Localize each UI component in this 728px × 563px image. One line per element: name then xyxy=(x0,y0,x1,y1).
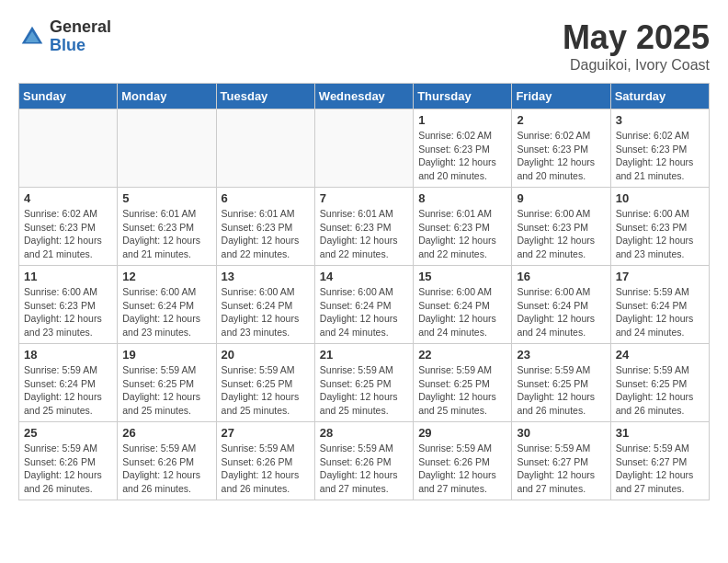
day-info: Sunrise: 5:59 AM Sunset: 6:27 PM Dayligh… xyxy=(616,442,704,496)
calendar-cell: 23Sunrise: 5:59 AM Sunset: 6:25 PM Dayli… xyxy=(512,344,610,422)
calendar-cell: 2Sunrise: 6:02 AM Sunset: 6:23 PM Daylig… xyxy=(512,109,610,188)
calendar-cell: 7Sunrise: 6:01 AM Sunset: 6:23 PM Daylig… xyxy=(314,188,413,266)
day-info: Sunrise: 6:00 AM Sunset: 6:23 PM Dayligh… xyxy=(517,207,605,261)
day-number: 18 xyxy=(24,348,112,362)
calendar-cell: 16Sunrise: 6:00 AM Sunset: 6:24 PM Dayli… xyxy=(512,266,610,344)
calendar-location: Daguikoi, Ivory Coast xyxy=(563,57,710,74)
calendar-cell: 15Sunrise: 6:00 AM Sunset: 6:24 PM Dayli… xyxy=(414,266,512,344)
day-number: 27 xyxy=(222,426,310,440)
day-number: 10 xyxy=(616,191,704,205)
day-info: Sunrise: 5:59 AM Sunset: 6:24 PM Dayligh… xyxy=(616,285,704,339)
calendar-cell: 12Sunrise: 6:00 AM Sunset: 6:24 PM Dayli… xyxy=(118,266,216,344)
calendar-cell: 30Sunrise: 5:59 AM Sunset: 6:27 PM Dayli… xyxy=(512,422,610,500)
day-number: 19 xyxy=(122,348,210,362)
calendar-title: May 2025 xyxy=(563,18,710,57)
day-info: Sunrise: 6:01 AM Sunset: 6:23 PM Dayligh… xyxy=(122,207,210,261)
day-info: Sunrise: 5:59 AM Sunset: 6:25 PM Dayligh… xyxy=(616,363,704,418)
day-number: 30 xyxy=(517,426,605,440)
calendar-cell: 24Sunrise: 5:59 AM Sunset: 6:25 PM Dayli… xyxy=(610,344,709,422)
calendar-cell: 19Sunrise: 5:59 AM Sunset: 6:25 PM Dayli… xyxy=(118,344,216,422)
day-info: Sunrise: 6:00 AM Sunset: 6:23 PM Dayligh… xyxy=(24,285,112,339)
calendar-cell: 1Sunrise: 6:02 AM Sunset: 6:23 PM Daylig… xyxy=(414,109,512,188)
calendar-week-4: 18Sunrise: 5:59 AM Sunset: 6:24 PM Dayli… xyxy=(19,344,710,422)
calendar-cell: 14Sunrise: 6:00 AM Sunset: 6:24 PM Dayli… xyxy=(314,266,413,344)
day-info: Sunrise: 5:59 AM Sunset: 6:26 PM Dayligh… xyxy=(122,442,210,496)
calendar-cell: 18Sunrise: 5:59 AM Sunset: 6:24 PM Dayli… xyxy=(19,344,118,422)
calendar-week-1: 1Sunrise: 6:02 AM Sunset: 6:23 PM Daylig… xyxy=(19,109,710,188)
calendar-cell xyxy=(19,109,118,188)
day-number: 25 xyxy=(24,426,112,440)
calendar-cell: 4Sunrise: 6:02 AM Sunset: 6:23 PM Daylig… xyxy=(19,188,118,266)
calendar-cell: 26Sunrise: 5:59 AM Sunset: 6:26 PM Dayli… xyxy=(118,422,216,500)
day-info: Sunrise: 6:01 AM Sunset: 6:23 PM Dayligh… xyxy=(320,207,408,261)
day-info: Sunrise: 6:02 AM Sunset: 6:23 PM Dayligh… xyxy=(616,129,704,183)
weekday-header-monday: Monday xyxy=(118,84,216,109)
day-info: Sunrise: 5:59 AM Sunset: 6:24 PM Dayligh… xyxy=(24,363,112,418)
weekday-header-sunday: Sunday xyxy=(19,84,118,109)
day-number: 6 xyxy=(222,191,310,205)
day-info: Sunrise: 5:59 AM Sunset: 6:26 PM Dayligh… xyxy=(24,442,112,496)
logo-icon xyxy=(18,23,46,51)
weekday-header-wednesday: Wednesday xyxy=(314,84,413,109)
day-number: 2 xyxy=(517,113,605,127)
day-number: 9 xyxy=(517,191,605,205)
day-info: Sunrise: 6:01 AM Sunset: 6:23 PM Dayligh… xyxy=(222,207,310,261)
day-info: Sunrise: 6:00 AM Sunset: 6:24 PM Dayligh… xyxy=(517,285,605,339)
logo-general: General xyxy=(50,18,111,37)
day-number: 1 xyxy=(418,113,506,127)
calendar-cell: 29Sunrise: 5:59 AM Sunset: 6:26 PM Dayli… xyxy=(414,422,512,500)
day-number: 8 xyxy=(418,191,506,205)
day-info: Sunrise: 5:59 AM Sunset: 6:26 PM Dayligh… xyxy=(222,442,310,496)
day-info: Sunrise: 5:59 AM Sunset: 6:26 PM Dayligh… xyxy=(418,442,506,496)
day-number: 5 xyxy=(122,191,210,205)
calendar-cell: 25Sunrise: 5:59 AM Sunset: 6:26 PM Dayli… xyxy=(19,422,118,500)
logo-blue: Blue xyxy=(50,37,111,55)
weekday-header-tuesday: Tuesday xyxy=(216,84,314,109)
weekday-header-saturday: Saturday xyxy=(610,84,709,109)
calendar-cell: 3Sunrise: 6:02 AM Sunset: 6:23 PM Daylig… xyxy=(610,109,709,188)
day-info: Sunrise: 5:59 AM Sunset: 6:25 PM Dayligh… xyxy=(517,363,605,418)
day-number: 15 xyxy=(418,270,506,283)
day-number: 20 xyxy=(222,348,310,362)
logo-text: General Blue xyxy=(50,18,111,55)
calendar-cell: 10Sunrise: 6:00 AM Sunset: 6:23 PM Dayli… xyxy=(610,188,709,266)
day-info: Sunrise: 6:02 AM Sunset: 6:23 PM Dayligh… xyxy=(418,129,506,183)
day-info: Sunrise: 6:00 AM Sunset: 6:23 PM Dayligh… xyxy=(616,207,704,261)
calendar-cell: 5Sunrise: 6:01 AM Sunset: 6:23 PM Daylig… xyxy=(118,188,216,266)
calendar-cell: 13Sunrise: 6:00 AM Sunset: 6:24 PM Dayli… xyxy=(216,266,314,344)
day-number: 4 xyxy=(24,191,112,205)
calendar-cell xyxy=(314,109,413,188)
day-number: 11 xyxy=(24,270,112,283)
day-number: 22 xyxy=(418,348,506,362)
day-number: 16 xyxy=(517,270,605,283)
day-info: Sunrise: 5:59 AM Sunset: 6:25 PM Dayligh… xyxy=(122,363,210,418)
day-info: Sunrise: 5:59 AM Sunset: 6:25 PM Dayligh… xyxy=(222,363,310,418)
calendar-cell: 28Sunrise: 5:59 AM Sunset: 6:26 PM Dayli… xyxy=(314,422,413,500)
day-info: Sunrise: 6:00 AM Sunset: 6:24 PM Dayligh… xyxy=(222,285,310,339)
day-number: 3 xyxy=(616,113,704,127)
logo: General Blue xyxy=(18,18,111,55)
day-number: 28 xyxy=(320,426,408,440)
calendar-cell: 21Sunrise: 5:59 AM Sunset: 6:25 PM Dayli… xyxy=(314,344,413,422)
day-info: Sunrise: 6:00 AM Sunset: 6:24 PM Dayligh… xyxy=(418,285,506,339)
day-info: Sunrise: 6:00 AM Sunset: 6:24 PM Dayligh… xyxy=(122,285,210,339)
day-info: Sunrise: 6:01 AM Sunset: 6:23 PM Dayligh… xyxy=(418,207,506,261)
calendar-cell: 22Sunrise: 5:59 AM Sunset: 6:25 PM Dayli… xyxy=(414,344,512,422)
weekday-header-friday: Friday xyxy=(512,84,610,109)
day-info: Sunrise: 6:02 AM Sunset: 6:23 PM Dayligh… xyxy=(24,207,112,261)
day-number: 12 xyxy=(122,270,210,283)
calendar-cell: 6Sunrise: 6:01 AM Sunset: 6:23 PM Daylig… xyxy=(216,188,314,266)
day-number: 14 xyxy=(320,270,408,283)
calendar-cell xyxy=(118,109,216,188)
page-header: General Blue May 2025 Daguikoi, Ivory Co… xyxy=(18,18,710,74)
weekday-header-row: SundayMondayTuesdayWednesdayThursdayFrid… xyxy=(19,84,710,109)
day-number: 17 xyxy=(616,270,704,283)
calendar-week-3: 11Sunrise: 6:00 AM Sunset: 6:23 PM Dayli… xyxy=(19,266,710,344)
day-info: Sunrise: 5:59 AM Sunset: 6:25 PM Dayligh… xyxy=(320,363,408,418)
day-info: Sunrise: 6:02 AM Sunset: 6:23 PM Dayligh… xyxy=(517,129,605,183)
day-number: 29 xyxy=(418,426,506,440)
calendar-cell: 20Sunrise: 5:59 AM Sunset: 6:25 PM Dayli… xyxy=(216,344,314,422)
calendar-cell: 27Sunrise: 5:59 AM Sunset: 6:26 PM Dayli… xyxy=(216,422,314,500)
calendar-cell: 8Sunrise: 6:01 AM Sunset: 6:23 PM Daylig… xyxy=(414,188,512,266)
calendar-cell: 31Sunrise: 5:59 AM Sunset: 6:27 PM Dayli… xyxy=(610,422,709,500)
